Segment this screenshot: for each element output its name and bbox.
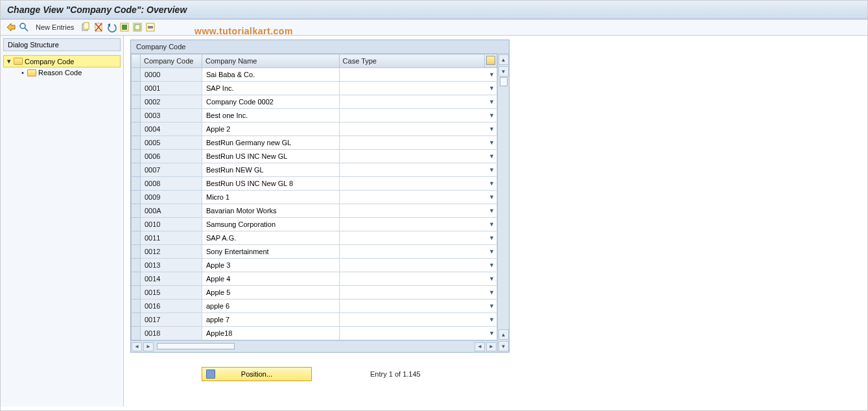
cell-company-name[interactable]: Sai Baba & Co. [202, 68, 340, 82]
row-selector[interactable] [132, 231, 141, 245]
select-all-icon[interactable] [119, 22, 130, 32]
dropdown-arrow-icon[interactable]: ▼ [489, 221, 495, 228]
cell-company-name[interactable]: Apple 2 [202, 123, 340, 136]
hscroll-track[interactable] [157, 343, 287, 351]
cell-company-name[interactable]: SAP A.G. [202, 231, 340, 245]
cell-company-name[interactable]: apple 6 [202, 299, 340, 313]
cell-company-code[interactable]: 0018 [141, 327, 202, 340]
cell-case-type[interactable]: ▼ [339, 163, 497, 177]
cell-company-code[interactable]: 0005 [141, 136, 202, 150]
cell-case-type[interactable]: ▼ [339, 82, 497, 95]
cell-case-type[interactable]: ▼ [339, 272, 497, 286]
cell-company-code[interactable]: 0010 [141, 218, 202, 231]
dropdown-arrow-icon[interactable]: ▼ [489, 289, 495, 296]
row-selector[interactable] [132, 163, 141, 177]
cell-case-type[interactable]: ▼ [339, 313, 497, 327]
cell-company-code[interactable]: 0007 [141, 163, 202, 177]
cell-company-name[interactable]: apple 7 [202, 313, 340, 327]
hscroll-thumb[interactable] [157, 343, 235, 349]
hscroll-right-button[interactable]: ► [143, 342, 154, 351]
cell-company-code[interactable]: 0002 [141, 95, 202, 109]
cell-case-type[interactable]: ▼ [339, 204, 497, 218]
cell-company-name[interactable]: Bavarian Motor Works [202, 204, 340, 218]
cell-company-name[interactable]: Company Code 0002 [202, 95, 340, 109]
row-selector[interactable] [132, 68, 141, 82]
cell-company-name[interactable]: SAP Inc. [202, 82, 340, 95]
copy-icon[interactable] [80, 22, 91, 32]
cell-company-code[interactable]: 0017 [141, 313, 202, 327]
cell-company-code[interactable]: 0014 [141, 272, 202, 286]
dropdown-arrow-icon[interactable]: ▼ [489, 71, 495, 78]
cell-company-name[interactable]: Apple 4 [202, 272, 340, 286]
cell-company-name[interactable]: Samsung Corporation [202, 218, 340, 231]
row-selector[interactable] [132, 299, 141, 313]
tree-item-reason-code[interactable]: • Reason Code [3, 67, 121, 78]
row-selector[interactable] [132, 150, 141, 163]
cell-company-code[interactable]: 0006 [141, 150, 202, 163]
cell-company-code[interactable]: 0013 [141, 259, 202, 272]
col-company-name[interactable]: Company Name [202, 54, 340, 68]
dropdown-arrow-icon[interactable]: ▼ [489, 139, 495, 146]
dropdown-arrow-icon[interactable]: ▼ [489, 85, 495, 91]
cell-company-code[interactable]: 0012 [141, 245, 202, 259]
cell-company-name[interactable]: BestRun Germany new GL [202, 136, 340, 150]
vscroll-down-step-button[interactable]: ▼ [499, 66, 509, 76]
row-selector[interactable] [132, 109, 141, 123]
cell-company-name[interactable]: Best one Inc. [202, 109, 340, 123]
cell-case-type[interactable]: ▼ [339, 245, 497, 259]
dropdown-arrow-icon[interactable]: ▼ [489, 112, 495, 119]
cell-company-code[interactable]: 0003 [141, 109, 202, 123]
dropdown-arrow-icon[interactable]: ▼ [489, 303, 495, 309]
table-config-button[interactable] [485, 54, 497, 68]
hscroll-left-button[interactable]: ◄ [132, 342, 142, 351]
vscroll-down-button[interactable]: ▼ [499, 341, 509, 351]
row-selector[interactable] [132, 95, 141, 109]
row-selector[interactable] [132, 327, 141, 340]
cell-case-type[interactable]: ▼ [339, 177, 497, 191]
cell-case-type[interactable]: ▼ [339, 286, 497, 299]
tree-item-company-code[interactable]: ▾ Company Code [3, 55, 121, 67]
row-selector[interactable] [132, 191, 141, 204]
dropdown-arrow-icon[interactable]: ▼ [489, 235, 495, 241]
dropdown-arrow-icon[interactable]: ▼ [489, 262, 495, 268]
cell-case-type[interactable]: ▼ [339, 123, 497, 136]
vscroll-up-step-button[interactable]: ▲ [499, 329, 509, 340]
cell-case-type[interactable]: ▼ [339, 299, 497, 313]
cell-case-type[interactable]: ▼ [339, 136, 497, 150]
cell-company-name[interactable]: BestRun US INC New GL 8 [202, 177, 340, 191]
cell-case-type[interactable]: ▼ [339, 191, 497, 204]
cell-case-type[interactable]: ▼ [339, 259, 497, 272]
delete-icon[interactable] [93, 22, 104, 32]
cell-case-type[interactable]: ▼ [339, 109, 497, 123]
col-company-code[interactable]: Company Code [141, 54, 202, 68]
row-selector[interactable] [132, 218, 141, 231]
row-selector[interactable] [132, 123, 141, 136]
cell-company-name[interactable]: Apple 5 [202, 286, 340, 299]
cell-case-type[interactable]: ▼ [339, 150, 497, 163]
undo-icon[interactable] [106, 22, 117, 32]
dropdown-arrow-icon[interactable]: ▼ [489, 153, 495, 159]
print-icon[interactable] [145, 22, 156, 32]
dropdown-arrow-icon[interactable]: ▼ [489, 126, 495, 132]
cell-company-code[interactable]: 000A [141, 204, 202, 218]
row-selector[interactable] [132, 313, 141, 327]
dropdown-arrow-icon[interactable]: ▼ [489, 316, 495, 323]
vscroll-up-button[interactable]: ▲ [499, 54, 509, 65]
row-selector[interactable] [132, 204, 141, 218]
col-case-type[interactable]: Case Type [339, 54, 484, 68]
toggle-display-icon[interactable] [6, 22, 16, 32]
hscroll-left-button-2[interactable]: ◄ [475, 342, 485, 351]
dropdown-arrow-icon[interactable]: ▼ [489, 99, 495, 105]
dropdown-arrow-icon[interactable]: ▼ [489, 207, 495, 214]
dropdown-arrow-icon[interactable]: ▼ [489, 330, 495, 336]
dropdown-arrow-icon[interactable]: ▼ [489, 167, 495, 173]
cell-company-code[interactable]: 0011 [141, 231, 202, 245]
position-button[interactable]: Position... [202, 367, 312, 381]
row-selector[interactable] [132, 177, 141, 191]
dropdown-arrow-icon[interactable]: ▼ [489, 248, 495, 255]
cell-company-name[interactable]: Micro 1 [202, 191, 340, 204]
cell-case-type[interactable]: ▼ [339, 95, 497, 109]
cell-case-type[interactable]: ▼ [339, 327, 497, 340]
cell-company-code[interactable]: 0016 [141, 299, 202, 313]
dropdown-arrow-icon[interactable]: ▼ [489, 194, 495, 200]
